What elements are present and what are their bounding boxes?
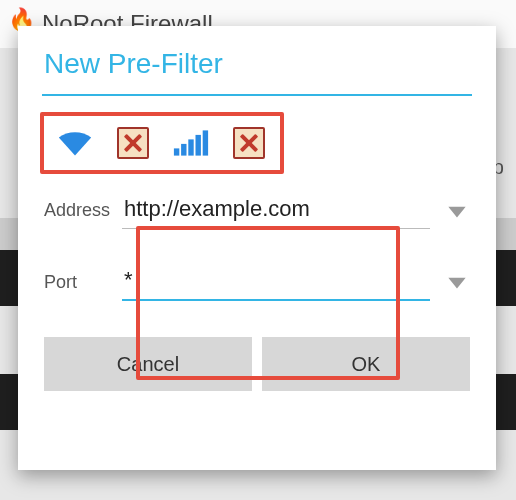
address-dropdown[interactable] — [444, 198, 470, 224]
port-label: Port — [44, 272, 122, 293]
svg-rect-1 — [181, 144, 186, 156]
port-dropdown[interactable] — [444, 269, 470, 295]
dialog-buttons: Cancel OK — [44, 337, 470, 391]
address-input[interactable] — [122, 192, 430, 229]
cellular-block-toggle[interactable] — [230, 124, 268, 162]
port-row: Port — [44, 263, 470, 301]
new-prefilter-dialog: New Pre-Filter Address — [18, 26, 496, 470]
cellular-icon[interactable] — [172, 124, 210, 162]
ok-button[interactable]: OK — [262, 337, 470, 391]
port-input[interactable] — [122, 263, 430, 301]
network-toggles-highlight — [40, 112, 284, 174]
address-label: Address — [44, 200, 122, 221]
cancel-button[interactable]: Cancel — [44, 337, 252, 391]
svg-rect-4 — [203, 130, 208, 155]
address-row: Address — [44, 192, 470, 229]
svg-rect-2 — [188, 139, 193, 155]
dialog-title: New Pre-Filter — [44, 48, 470, 80]
svg-rect-3 — [196, 135, 201, 156]
wifi-icon[interactable] — [56, 124, 94, 162]
x-icon — [233, 127, 265, 159]
x-icon — [117, 127, 149, 159]
dialog-title-divider — [42, 94, 472, 96]
svg-rect-0 — [174, 148, 179, 155]
wifi-block-toggle[interactable] — [114, 124, 152, 162]
